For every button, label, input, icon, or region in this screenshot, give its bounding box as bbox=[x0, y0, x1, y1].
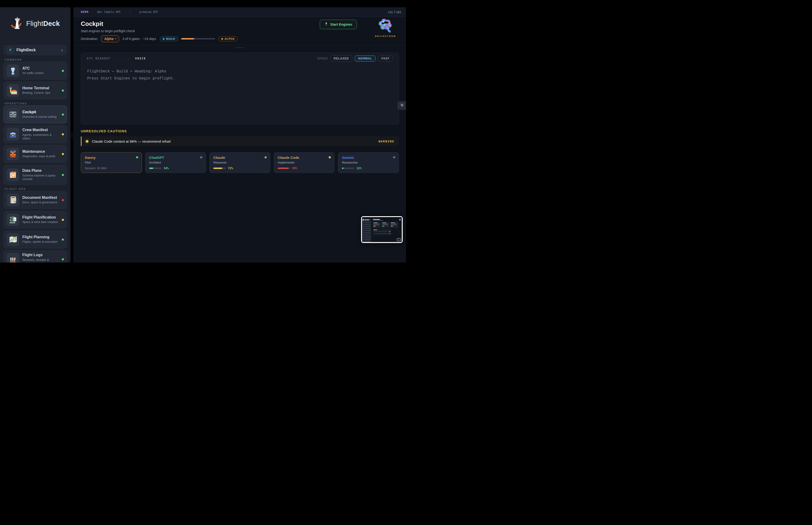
sidebar-item-subtitle: Sessions, receipts & archives bbox=[22, 258, 59, 262]
agent-role: Reasoner bbox=[213, 161, 266, 164]
context-progress-bar bbox=[342, 168, 354, 169]
sidebar-item-subtitle: Air traffic control bbox=[22, 72, 59, 75]
chevron-down-icon: ∨ bbox=[61, 48, 63, 52]
cautions-heading: UNRESOLVED CAUTIONS bbox=[81, 129, 127, 133]
route-map-icon bbox=[6, 233, 19, 246]
sidebar-item-flight-planning[interactable]: Flight Planning Flights, sprints & execu… bbox=[3, 230, 67, 249]
sidebar-item-subtitle: Schema explorer & query console bbox=[22, 174, 59, 181]
top-status-bar: DEMO dev labels OFF | premium OFF v11.7.… bbox=[73, 7, 406, 17]
sidebar-item-title: Flight Planning bbox=[22, 235, 59, 239]
sidebar-item-title: Cockpit bbox=[22, 110, 59, 114]
crew-icon bbox=[6, 128, 19, 140]
agent-name: ChatGPT bbox=[149, 155, 202, 160]
page-title: Cockpit bbox=[81, 20, 103, 28]
sidebar-item-subtitle: Specs & work item creation bbox=[22, 221, 59, 224]
agent-card-claude-code[interactable]: Claude Code Implementer 88% bbox=[274, 152, 335, 173]
divider bbox=[0, 42, 71, 42]
sidebar-item-data-plane[interactable]: Data Plane Schema explorer & query conso… bbox=[3, 165, 67, 185]
header-collapse-handle[interactable] bbox=[73, 47, 406, 48]
caution-text: Claude Code context at 88% — recommend r… bbox=[92, 139, 171, 144]
destination-row: Destination: Alpha ▾ 3 of 8 gates · ~24 … bbox=[81, 35, 398, 43]
sidebar-item-title: Maintenance bbox=[22, 149, 59, 154]
page-subtitle: Start engines to begin preflight check bbox=[81, 29, 135, 33]
gates-progress-label: 3 of 8 gates · ~24 days bbox=[122, 37, 156, 41]
status-dot bbox=[264, 156, 267, 159]
sidebar-item-title: Data Plane bbox=[22, 168, 59, 173]
agent-card-danny[interactable]: Danny Pilot Session: 1h 48m bbox=[81, 152, 142, 173]
status-dot bbox=[62, 219, 64, 221]
divider bbox=[73, 45, 406, 45]
agent-role: Researcher bbox=[342, 161, 395, 164]
agent-name: Claude bbox=[213, 155, 266, 160]
instrument-panel-icon bbox=[6, 108, 19, 121]
project-name: FlightDeck bbox=[16, 48, 58, 52]
agent-card-gemini[interactable]: Gemini Researcher 12% bbox=[338, 152, 399, 173]
start-engines-label: Start Engines bbox=[330, 22, 352, 26]
sidebar-item-cockpit[interactable]: Cockpit Overview & course setting bbox=[3, 106, 67, 123]
sidebar-item-maintenance[interactable]: Maintenance Diagnostics, keys & prefs bbox=[3, 145, 67, 163]
agent-card-claude[interactable]: Claude Reasoner 72% bbox=[209, 152, 271, 173]
status-dot bbox=[393, 156, 395, 159]
demo-badge: DEMO bbox=[81, 10, 89, 14]
sidebar-item-title: Home Terminal bbox=[22, 86, 59, 90]
quick-settings-button[interactable] bbox=[398, 101, 406, 110]
sidebar-item-atc[interactable]: ATC Air traffic control bbox=[3, 62, 67, 80]
version-label: v11.7.161 bbox=[388, 10, 401, 14]
sidebar-item-title: Crew Manifest bbox=[22, 128, 59, 132]
status-dot bbox=[62, 258, 64, 260]
manifest-book-icon bbox=[6, 194, 19, 206]
status-dot bbox=[62, 199, 64, 201]
sidebar-item-home-terminal[interactable]: Home Terminal Briefing, Control, Ops bbox=[3, 81, 67, 100]
phase-dot-icon bbox=[163, 38, 165, 40]
status-dot bbox=[62, 153, 64, 155]
speed-label: SPEED bbox=[317, 57, 328, 60]
phase-label: BUILD bbox=[166, 38, 175, 40]
status-dot bbox=[62, 114, 64, 116]
agent-name: Gemini bbox=[342, 155, 395, 160]
sidebar-resize-handle[interactable] bbox=[71, 132, 73, 139]
agent-role: Implementer bbox=[278, 161, 331, 164]
speed-normal-button[interactable]: NORMAL bbox=[355, 56, 376, 62]
speed-relaxed-button[interactable]: RELAXED bbox=[330, 56, 352, 62]
warning-badge: WARNING bbox=[379, 139, 394, 143]
status-dot bbox=[62, 70, 64, 72]
control-tower-icon bbox=[6, 64, 19, 77]
premium-flag: premium OFF bbox=[139, 10, 158, 14]
project-selector[interactable]: F FlightDeck ∨ bbox=[4, 45, 67, 55]
readout-line: FlightDeck — Build • Heading: Alpha bbox=[87, 68, 393, 75]
agent-role: Pilot bbox=[85, 161, 138, 164]
agent-role: Architect bbox=[149, 161, 202, 164]
dev-labels-flag: dev labels OFF bbox=[97, 10, 121, 14]
sidebar-item-subtitle: Docs, specs & governance bbox=[22, 201, 59, 205]
tab-atc-readout[interactable]: ATC READOUT bbox=[87, 57, 110, 60]
sidebar-item-document-manifest[interactable]: Document Manifest Docs, specs & governan… bbox=[3, 191, 67, 209]
start-engines-button[interactable]: Start Engines bbox=[320, 20, 357, 29]
sidebar-item-crew-manifest[interactable]: Crew Manifest Agents, connections & stat… bbox=[3, 125, 67, 143]
speed-fast-button[interactable]: FAST bbox=[378, 56, 393, 62]
preview-thumbnail[interactable] bbox=[361, 216, 403, 243]
log-binders-icon bbox=[6, 253, 19, 262]
tab-voice[interactable]: VOICE bbox=[135, 57, 146, 60]
sidebar-item-subtitle: Diagnostics, keys & prefs bbox=[22, 155, 59, 159]
context-pct: 12% bbox=[356, 167, 362, 170]
destination-select[interactable]: Alpha ▾ bbox=[101, 35, 119, 42]
agent-cards-row: Danny Pilot Session: 1h 48m ChatGPT Arch… bbox=[81, 152, 399, 173]
sidebar-item-title: Flight Planification bbox=[22, 215, 59, 220]
phase-badge: BUILD bbox=[160, 36, 178, 41]
context-pct: 34% bbox=[164, 167, 169, 170]
context-progress-bar bbox=[278, 168, 290, 169]
main-content: Cockpit Start engines to begin preflight… bbox=[73, 17, 406, 262]
section-label-flight-ops: FLIGHT OPS bbox=[5, 188, 26, 190]
destination-label: Destination: bbox=[81, 37, 98, 41]
sidebar-item-flight-planification[interactable]: Flight Planification Specs & work item c… bbox=[3, 211, 67, 229]
status-dot bbox=[136, 156, 138, 159]
sidebar-item-title: Flight Logs bbox=[22, 253, 59, 257]
status-dot bbox=[62, 174, 64, 176]
sidebar-item-flight-logs[interactable]: Flight Logs Sessions, receipts & archive… bbox=[3, 250, 67, 262]
toolbox-icon bbox=[6, 148, 19, 160]
section-label-operations: OPERATIONS bbox=[5, 102, 27, 105]
context-pct: 88% bbox=[292, 167, 297, 170]
control-tower-logo-icon bbox=[11, 16, 24, 31]
agent-card-chatgpt[interactable]: ChatGPT Architect 34% bbox=[145, 152, 206, 173]
caution-dot-icon bbox=[86, 140, 88, 142]
